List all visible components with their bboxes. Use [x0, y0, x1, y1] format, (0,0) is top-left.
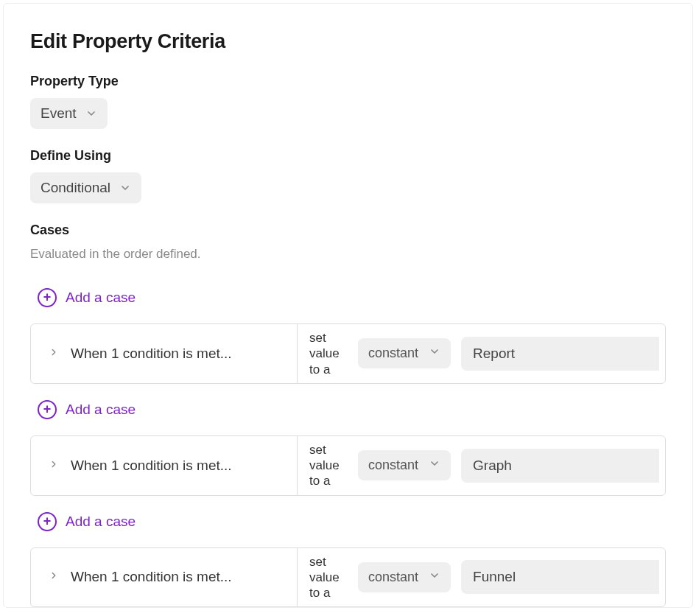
value-type-label: constant	[368, 458, 418, 473]
add-case-label: Add a case	[66, 290, 136, 306]
case-condition[interactable]: When 1 condition is met...	[31, 548, 298, 607]
value-type-select[interactable]: constant	[358, 562, 451, 592]
case-condition[interactable]: When 1 condition is met...	[31, 324, 298, 383]
chevron-down-icon	[85, 108, 97, 119]
plus-circle-icon: +	[38, 512, 57, 531]
define-using-label: Define Using	[30, 148, 666, 164]
case-value-input[interactable]	[461, 560, 659, 594]
case-row: When 1 condition is met...set value to a…	[30, 435, 666, 496]
add-case-label: Add a case	[66, 514, 136, 530]
chevron-down-icon	[429, 570, 440, 585]
plus-circle-icon: +	[38, 400, 57, 419]
edit-property-criteria-panel: Edit Property Criteria Property Type Eve…	[3, 3, 693, 608]
value-type-label: constant	[368, 570, 418, 585]
plus-circle-icon: +	[38, 288, 57, 307]
case-value-input[interactable]	[461, 337, 659, 371]
case-condition[interactable]: When 1 condition is met...	[31, 436, 298, 495]
value-type-select[interactable]: constant	[358, 450, 451, 480]
case-row: When 1 condition is met...set value to a…	[30, 323, 666, 384]
set-value-label: set value to a	[309, 554, 348, 601]
define-using-select[interactable]: Conditional	[30, 172, 141, 203]
case-condition-text: When 1 condition is met...	[71, 458, 232, 474]
property-type-label: Property Type	[30, 74, 666, 89]
define-using-group: Define Using Conditional	[30, 148, 666, 203]
case-condition-text: When 1 condition is met...	[71, 569, 232, 585]
add-case-button[interactable]: +Add a case	[30, 506, 143, 537]
set-value-label: set value to a	[309, 442, 348, 489]
page-title: Edit Property Criteria	[30, 30, 666, 53]
cases-label: Cases	[30, 223, 666, 238]
case-value-area: set value to aconstant	[298, 436, 666, 495]
add-case-button[interactable]: +Add a case	[30, 282, 143, 313]
value-type-label: constant	[368, 346, 418, 361]
property-type-select[interactable]: Event	[30, 98, 108, 129]
chevron-down-icon	[429, 346, 440, 361]
chevron-right-icon	[49, 347, 59, 360]
cases-section: Cases Evaluated in the order defined. +A…	[30, 223, 666, 607]
chevron-right-icon	[49, 459, 59, 472]
value-type-select[interactable]: constant	[358, 338, 451, 368]
cases-subtext: Evaluated in the order defined.	[30, 247, 666, 262]
property-type-value: Event	[41, 105, 77, 122]
add-case-button[interactable]: +Add a case	[30, 394, 143, 425]
chevron-down-icon	[429, 458, 440, 473]
case-value-area: set value to aconstant	[298, 548, 666, 607]
case-value-area: set value to aconstant	[298, 324, 666, 383]
chevron-down-icon	[119, 182, 131, 194]
property-type-group: Property Type Event	[30, 74, 666, 129]
chevron-right-icon	[49, 570, 59, 584]
case-condition-text: When 1 condition is met...	[71, 346, 232, 362]
case-value-input[interactable]	[461, 449, 659, 483]
define-using-value: Conditional	[41, 180, 110, 196]
add-case-label: Add a case	[66, 402, 136, 418]
set-value-label: set value to a	[309, 330, 348, 377]
case-row: When 1 condition is met...set value to a…	[30, 547, 666, 608]
